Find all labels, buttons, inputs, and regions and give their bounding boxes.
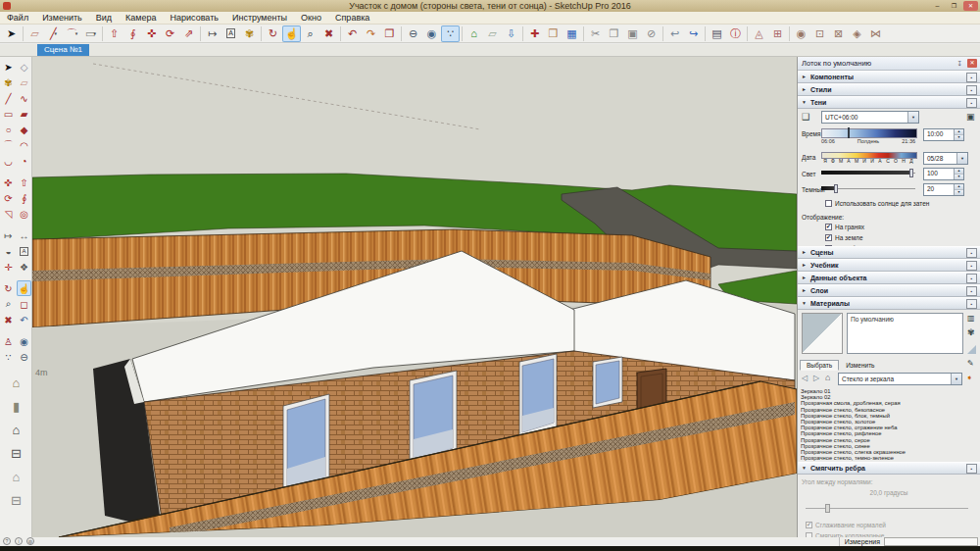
use-sun-checkbox[interactable]: Использовать солнце для затен [825,200,978,207]
display-secondary-icon[interactable]: ▥ [967,314,975,323]
push-pull-icon[interactable]: ⇧ [105,25,123,42]
section-shadows[interactable]: Тени [798,96,980,109]
paste-icon[interactable]: ▣ [623,25,642,42]
select-icon[interactable]: ➤ [2,25,21,42]
eraser-icon[interactable]: ▱ [17,75,31,90]
section-entity-info[interactable]: Данные объекта [798,272,980,284]
menu-item[interactable]: Справка [328,12,376,24]
globe-icon[interactable]: ◍ [26,537,34,545]
circle-icon[interactable]: ○ [1,122,16,137]
spin-down-icon[interactable] [955,135,963,140]
cut-icon[interactable]: ✂ [586,25,605,42]
time-spinner[interactable]: 10:00 [923,128,964,141]
display-shadows-icon[interactable]: ▣ [966,112,975,122]
paint-bucket-icon[interactable]: ✾ [240,25,259,42]
menu-item[interactable]: Нарисовать [164,12,225,24]
arc-icon[interactable]: ⌒ [1,137,16,153]
redo-icon[interactable]: ↪ [684,25,703,42]
eraser-icon[interactable]: ▱ [25,25,44,42]
time-slider-handle[interactable] [848,127,850,138]
dark-slider-handle[interactable] [834,184,838,193]
move-icon[interactable]: ✜ [142,25,161,42]
flip-edge-icon[interactable]: ⋈ [866,25,885,42]
tray-close-icon[interactable] [967,59,977,68]
warehouse-model-icon[interactable]: ⌂ [1,371,31,394]
zoom-icon[interactable]: ⌕ [301,25,319,42]
detach-icon[interactable] [966,274,977,283]
menu-item[interactable]: Файл [0,12,35,24]
pin-icon[interactable] [956,59,964,68]
home-outline-icon[interactable]: ⌂ [1,465,31,488]
follow-me-icon[interactable]: ∮ [17,190,31,206]
scene-tab[interactable]: Сцена №1 [37,44,89,56]
zoom-window-icon[interactable]: ◻ [17,296,31,312]
material-name-box[interactable]: По умолчанию [847,313,963,354]
light-spinner[interactable]: 100 [923,168,964,180]
tray-outline-icon[interactable]: ⊟ [1,488,31,512]
stamp-icon[interactable]: ⊡ [810,25,829,42]
position-camera-icon[interactable]: ♙ [1,333,16,349]
soften-slider[interactable] [806,504,968,513]
section-plane-icon[interactable]: ▱ [483,25,502,42]
model-info-icon[interactable]: ⓘ [726,25,745,42]
look-around-icon[interactable]: ◉ [17,333,31,349]
views-icon[interactable]: ❐ [380,25,399,42]
move-icon[interactable]: ✜ [1,175,16,190]
spin-down-icon[interactable] [955,190,963,195]
push-pull-icon[interactable]: ⇧ [17,175,31,190]
close-button[interactable] [963,1,978,11]
freehand-icon[interactable]: ∿ [17,90,31,106]
next-view-icon[interactable]: ↷ [362,25,380,42]
zoom-extents-icon[interactable]: ✖ [1,312,16,327]
dark-spinner[interactable]: 20 [923,183,964,196]
На земле-checkbox[interactable]: На земле [825,234,863,241]
time-slider[interactable] [821,128,917,138]
rotated-rectangle-icon[interactable]: ▰ [17,106,31,122]
text-icon[interactable]: A [221,25,240,42]
zoom-extents-icon[interactable]: ✖ [319,25,338,42]
three-point-arc-icon[interactable]: ◡ [1,153,16,169]
axes-icon[interactable]: ✛ [1,259,16,275]
section-layers[interactable]: Слои [798,284,980,297]
add-detail-icon[interactable]: ◈ [848,25,866,42]
section-styles[interactable]: Стили [798,83,980,96]
sample-paint-icon[interactable]: ✎ [967,359,974,368]
timezone-select[interactable]: UTC+06:00 [821,111,919,124]
section-instructor[interactable]: Учебник [798,259,980,272]
sandbox-from-contours-icon[interactable]: ◬ [750,25,768,42]
select-icon[interactable]: ➤ [1,59,16,75]
rotate-icon[interactable]: ⟳ [1,190,16,206]
zoom-icon[interactable]: ⌕ [1,296,16,312]
pan-icon[interactable]: ☝ [17,280,31,296]
menu-item[interactable]: Вид [89,12,119,24]
polygon-icon[interactable]: ◆ [17,122,31,137]
line-icon[interactable]: ╱▾ [44,25,63,42]
detach-icon[interactable] [966,85,977,95]
rotate-icon[interactable]: ⟳ [161,25,179,42]
follow-me-icon[interactable]: ∮ [123,25,142,42]
restore-button[interactable] [947,1,961,11]
back-arrow-icon[interactable]: ◁ [802,374,808,382]
look-around-icon[interactable]: ◉ [422,25,441,42]
undo-icon[interactable]: ↩ [665,25,684,42]
protractor-icon[interactable]: ◒ [1,243,16,259]
scale-icon[interactable]: ⇗ [179,25,198,42]
section-scenes[interactable]: Сцены [798,246,980,259]
light-slider[interactable] [821,169,915,177]
tape-measure-icon[interactable]: ↦ [203,25,221,42]
pan-icon[interactable]: ☝ [282,25,301,42]
smoove-icon[interactable]: ◉ [792,25,810,42]
components-box-icon[interactable]: ▮ [1,394,31,418]
detach-icon[interactable] [966,299,977,309]
collection-select[interactable]: Стекло и зеркала [838,373,962,385]
offset-icon[interactable]: ◎ [17,206,31,222]
soften-slider-handle[interactable] [825,504,830,513]
detach-icon[interactable] [966,248,977,258]
home-solid-icon[interactable]: ⌂ [1,418,31,441]
open-file-icon[interactable]: ❒ [544,25,563,42]
section-soften-edges[interactable]: Смягчить ребра [798,462,980,475]
component-icon[interactable]: ⌂ [465,25,483,42]
previous-view-icon[interactable]: ↶ [343,25,362,42]
stamp-filled-icon[interactable]: ⊟ [1,441,31,465]
text-icon[interactable]: A [17,243,31,259]
